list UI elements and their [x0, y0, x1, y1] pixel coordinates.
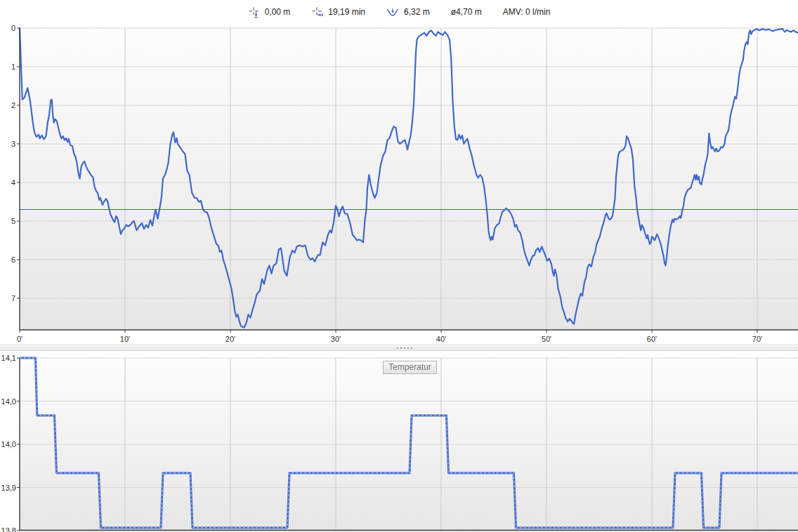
y-tick-label: 5: [11, 217, 15, 225]
y-tick-label: 3: [11, 140, 15, 148]
y-tick-label: 2: [11, 101, 15, 109]
chart-splitter[interactable]: [0, 345, 798, 351]
y-tick-label: 14,1: [1, 354, 16, 362]
y-tick-label: 4: [11, 178, 15, 187]
depth-profile-chart[interactable]: 012345670'10'20'30'40'50'60'70': [0, 0, 798, 345]
x-tick-label: 60': [647, 335, 657, 343]
y-tick-label: 13,9: [1, 484, 16, 492]
temperature-series-label: Temperatur: [383, 361, 437, 374]
x-tick-label: 10': [120, 335, 130, 343]
temperature-chart[interactable]: 14,114,014,013,913,8: [0, 351, 798, 532]
x-tick-label: 40': [436, 335, 446, 343]
x-tick-label: 70': [752, 335, 762, 343]
depth-plot-area: [20, 28, 798, 330]
y-tick-label: 14,0: [1, 397, 16, 406]
y-tick-label: 14,0: [1, 440, 16, 448]
y-tick-label: 1: [11, 62, 15, 71]
splitter-grip-dots: [397, 347, 398, 349]
y-tick-label: 6: [11, 255, 15, 264]
x-tick-label: 30': [331, 335, 341, 343]
y-tick-label: 7: [11, 294, 15, 302]
x-tick-label: 50': [542, 335, 551, 343]
x-tick-label: 20': [225, 335, 235, 343]
y-tick-label: 13,8: [1, 526, 16, 532]
y-tick-label: 0: [11, 24, 15, 32]
splitter-groove: [0, 347, 798, 348]
x-tick-label: 0': [17, 335, 22, 343]
